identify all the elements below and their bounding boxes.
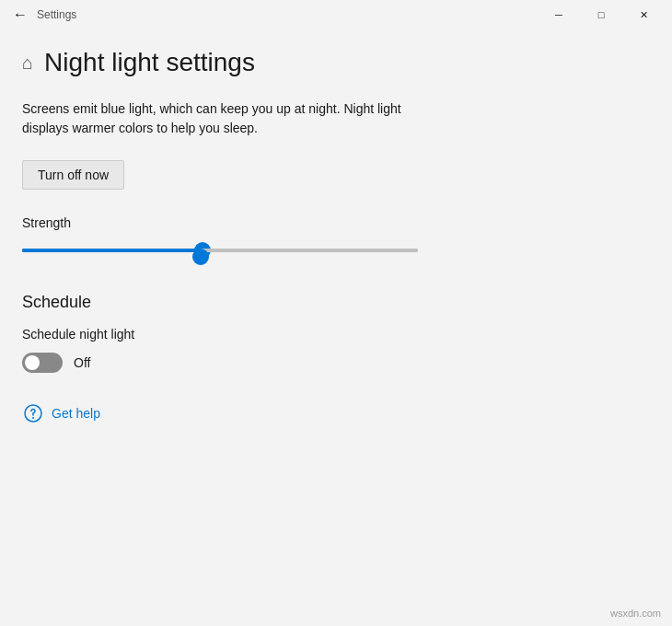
toggle-track <box>22 353 63 373</box>
turn-off-now-button[interactable]: Turn off now <box>22 160 124 190</box>
schedule-toggle[interactable] <box>22 353 63 373</box>
maximize-icon: □ <box>598 9 605 20</box>
maximize-button[interactable]: □ <box>580 0 622 29</box>
strength-slider-container <box>22 241 418 260</box>
back-button[interactable]: ← <box>7 2 33 28</box>
window-controls: ─ □ ✕ <box>538 0 665 29</box>
back-icon: ← <box>13 6 28 23</box>
toggle-thumb <box>25 355 40 370</box>
watermark: wsxdn.com <box>610 608 661 619</box>
strength-section: Strength <box>22 215 650 260</box>
get-help-link[interactable]: Get help <box>52 406 100 421</box>
strength-slider[interactable] <box>22 249 418 252</box>
titlebar: ← Settings ─ □ ✕ <box>0 0 672 29</box>
toggle-row: Off <box>22 353 650 373</box>
toggle-status-label: Off <box>74 355 90 370</box>
main-content: ⌂ Night light settings Screens emit blue… <box>0 29 672 443</box>
description-text: Screens emit blue light, which can keep … <box>22 99 446 138</box>
get-help-row[interactable]: Get help <box>22 402 650 424</box>
strength-label: Strength <box>22 215 650 230</box>
minimize-button[interactable]: ─ <box>538 0 580 29</box>
schedule-heading: Schedule <box>22 293 650 312</box>
schedule-night-light-label: Schedule night light <box>22 327 650 342</box>
titlebar-title: Settings <box>37 8 538 21</box>
svg-point-1 <box>32 417 34 419</box>
minimize-icon: ─ <box>555 9 562 20</box>
close-button[interactable]: ✕ <box>622 0 665 29</box>
home-icon: ⌂ <box>22 52 33 74</box>
page-header: ⌂ Night light settings <box>22 48 650 77</box>
page-title: Night light settings <box>44 48 255 77</box>
close-icon: ✕ <box>640 9 648 21</box>
help-icon <box>22 402 44 424</box>
